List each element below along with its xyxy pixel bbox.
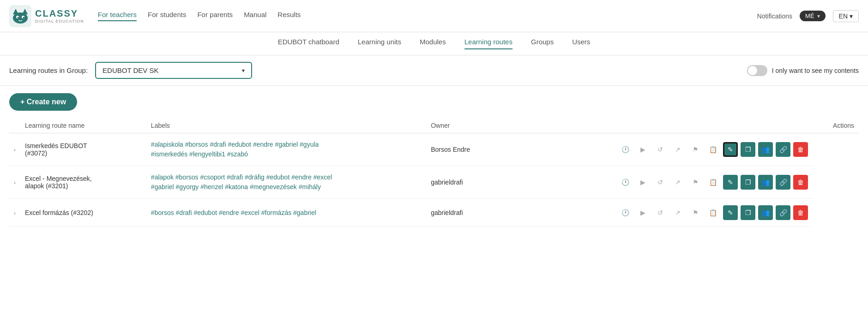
col-owner: Owner — [426, 118, 510, 133]
delete-icon-btn[interactable]: 🗑 — [793, 205, 808, 220]
lang-select[interactable]: EN ▾ — [833, 10, 859, 22]
flag-icon-btn[interactable]: ⚑ — [688, 175, 703, 190]
route-owner: gabrieldrafi — [426, 199, 510, 227]
route-name: Ismerkedés EDUBOT (#3072) — [20, 133, 146, 166]
history-icon-btn[interactable]: 🕐 — [618, 205, 633, 220]
link-icon-btn[interactable]: 🔗 — [776, 205, 790, 220]
subnav-groups[interactable]: Groups — [531, 38, 554, 49]
logo-icon — [9, 5, 31, 27]
history-icon-btn[interactable]: 🕐 — [618, 175, 633, 190]
my-contents-label: I only want to see my contents — [772, 67, 859, 74]
undo-icon-btn[interactable]: ↺ — [653, 205, 668, 220]
trend-icon-btn[interactable]: ↗ — [670, 142, 685, 157]
nav-right: Notifications MÉ ▾ EN ▾ — [757, 10, 859, 22]
nav-for-parents[interactable]: For parents — [197, 11, 233, 21]
nav-for-students[interactable]: For students — [148, 11, 186, 21]
nav-manual[interactable]: Manual — [244, 11, 266, 21]
undo-icon-btn[interactable]: ↺ — [653, 142, 668, 157]
play-icon-btn[interactable]: ▶ — [635, 175, 650, 190]
route-name: Excel formázás (#3202) — [20, 199, 146, 227]
col-actions-spacer — [510, 118, 813, 133]
play-icon-btn[interactable]: ▶ — [635, 142, 650, 157]
col-labels: Labels — [146, 118, 426, 133]
filter-label: Learning routes in Group: — [9, 66, 88, 74]
user-badge[interactable]: MÉ ▾ — [800, 11, 826, 21]
col-expand — [9, 118, 20, 133]
group-selected-value: EDUBOT DEV SK — [102, 66, 158, 74]
user-initials: MÉ — [805, 12, 814, 19]
table-row: › Ismerkedés EDUBOT (#3072) #alapiskola … — [9, 133, 859, 166]
subnav-learning-routes[interactable]: Learning routes — [464, 38, 512, 49]
nav-results[interactable]: Results — [277, 11, 301, 21]
logo-area: CLASSY DIGITAL EDUCATION — [9, 5, 84, 27]
play-icon-btn[interactable]: ▶ — [635, 205, 650, 220]
subnav-modules[interactable]: Modules — [420, 38, 446, 49]
svg-point-7 — [23, 17, 24, 18]
users-icon-btn[interactable]: 👥 — [758, 175, 773, 190]
route-actions: 🕐 ▶ ↺ ↗ ⚑ 📋 ✎ ❐ 👥 🔗 🗑 — [515, 205, 808, 220]
subnav-learning-units[interactable]: Learning units — [358, 38, 401, 49]
route-actions: 🕐 ▶ ↺ ↗ ⚑ 📋 ✎ ❐ 👥 🔗 🗑 — [515, 142, 808, 157]
link-icon-btn[interactable]: 🔗 — [776, 175, 790, 190]
subnav-users[interactable]: Users — [572, 38, 590, 49]
table-row: › Excel - Megnevezések, alapok (#3201) #… — [9, 166, 859, 199]
undo-icon-btn[interactable]: ↺ — [653, 175, 668, 190]
expand-icon[interactable]: › — [14, 210, 16, 216]
lang-label: EN — [839, 12, 848, 20]
nav-for-teachers[interactable]: For teachers — [98, 11, 137, 21]
my-contents-toggle: I only want to see my contents — [747, 65, 859, 76]
copy-icon-btn[interactable]: ❐ — [741, 205, 755, 220]
edit-icon-btn[interactable]: ✎ — [723, 205, 738, 220]
routes-table: Learning route name Labels Owner Actions… — [9, 118, 859, 227]
main-nav: For teachers For students For parents Ma… — [98, 11, 757, 21]
col-name: Learning route name — [20, 118, 146, 133]
subnav-edubot-chatboard[interactable]: EDUBOT chatboard — [278, 38, 339, 49]
sub-nav: EDUBOT chatboard Learning units Modules … — [0, 32, 868, 55]
logo-text: CLASSY DIGITAL EDUCATION — [35, 8, 84, 24]
link-icon-btn[interactable]: 🔗 — [776, 142, 790, 157]
copy-icon-btn[interactable]: ❐ — [741, 142, 755, 157]
lang-chevron-icon: ▾ — [850, 12, 853, 20]
history-icon-btn[interactable]: 🕐 — [618, 142, 633, 157]
edit-icon-btn[interactable]: ✎ — [723, 142, 738, 157]
trend-icon-btn[interactable]: ↗ — [670, 205, 685, 220]
book-icon-btn[interactable]: 📋 — [705, 205, 720, 220]
logo-brand: CLASSY — [35, 8, 84, 19]
route-labels: #alapok #borsos #csoport #drafi #dráfig … — [146, 166, 426, 199]
toggle-knob — [748, 66, 757, 75]
notifications-label: Notifications — [757, 12, 792, 20]
copy-icon-btn[interactable]: ❐ — [741, 175, 755, 190]
svg-point-6 — [18, 17, 19, 18]
route-labels: #alapiskola #borsos #drafi #edubot #endr… — [146, 133, 426, 166]
flag-icon-btn[interactable]: ⚑ — [688, 142, 703, 157]
expand-icon[interactable]: › — [14, 147, 16, 153]
route-name: Excel - Megnevezések, alapok (#3201) — [20, 166, 146, 199]
filter-row: Learning routes in Group: EDUBOT DEV SK … — [0, 55, 868, 86]
my-contents-switch[interactable] — [747, 65, 767, 76]
flag-icon-btn[interactable]: ⚑ — [688, 205, 703, 220]
table-row: › Excel formázás (#3202) #borsos #drafi … — [9, 199, 859, 227]
route-owner: Borsos Endre — [426, 133, 510, 166]
delete-icon-btn[interactable]: 🗑 — [793, 142, 808, 157]
users-icon-btn[interactable]: 👥 — [758, 142, 773, 157]
book-icon-btn[interactable]: 📋 — [705, 142, 720, 157]
delete-icon-btn[interactable]: 🗑 — [793, 175, 808, 190]
book-icon-btn[interactable]: 📋 — [705, 175, 720, 190]
route-labels: #borsos #drafi #edubot #endre #excel #fo… — [146, 199, 426, 227]
logo-sub: DIGITAL EDUCATION — [35, 19, 84, 24]
create-new-label: + Create new — [20, 98, 66, 106]
top-nav: CLASSY DIGITAL EDUCATION For teachers Fo… — [0, 0, 868, 32]
content-area: + Create new Learning route name Labels … — [0, 86, 868, 234]
edit-icon-btn[interactable]: ✎ — [723, 175, 738, 190]
trend-icon-btn[interactable]: ↗ — [670, 175, 685, 190]
svg-point-3 — [13, 12, 28, 24]
group-chevron-icon: ▾ — [242, 67, 245, 74]
route-actions: 🕐 ▶ ↺ ↗ ⚑ 📋 ✎ ❐ 👥 🔗 🗑 — [515, 175, 808, 190]
route-owner: gabrieldrafi — [426, 166, 510, 199]
create-new-button[interactable]: + Create new — [9, 93, 77, 111]
group-select[interactable]: EDUBOT DEV SK ▾ — [95, 62, 252, 79]
col-actions: Actions — [813, 118, 859, 133]
users-icon-btn[interactable]: 👥 — [758, 205, 773, 220]
expand-icon[interactable]: › — [14, 179, 16, 186]
